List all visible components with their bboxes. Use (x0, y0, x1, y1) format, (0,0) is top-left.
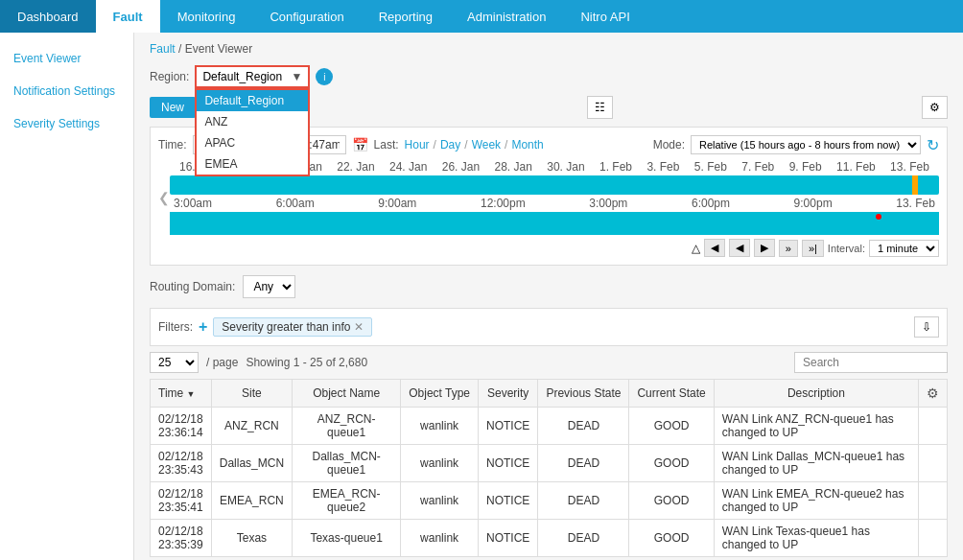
timeline-detail-bar[interactable] (170, 212, 939, 235)
nav-configuration[interactable]: Configuration (252, 0, 361, 33)
filters-section: Filters: + Severity greater than info ✕ … (150, 308, 948, 346)
last-label: Last: (374, 138, 399, 152)
timeline-left-arrow[interactable]: ❮ (158, 190, 170, 205)
cell-object-type: wanlink (401, 408, 479, 445)
nav-administration[interactable]: Administration (450, 0, 563, 33)
nav-fault[interactable]: Fault (96, 0, 160, 33)
cell-object-name: Texas-queue1 (293, 520, 401, 557)
table-row: 02/12/18 23:35:41 EMEA_RCN EMEA_RCN-queu… (151, 482, 948, 520)
pagination-row: 25 50 100 / page Showing 1 - 25 of 2,680 (150, 352, 948, 373)
timeline-month-bar[interactable] (170, 175, 939, 195)
region-row: Region: Default_Region ▼ Default_Region … (150, 65, 948, 88)
region-dropdown-menu: Default_Region ANZ APAC EMEA (195, 88, 310, 176)
cell-description: WAN Link EMEA_RCN-queue2 has changed to … (714, 482, 918, 520)
breadcrumb-fault[interactable]: Fault (150, 42, 176, 56)
time-label: Time: (158, 138, 187, 152)
events-table: Time ▼ Site Object Name Object Type Seve… (150, 379, 948, 557)
region-option-anz[interactable]: ANZ (197, 111, 308, 132)
cell-site[interactable]: Texas (211, 520, 292, 557)
interval-select[interactable]: 1 minute (869, 240, 939, 257)
sidebar-item-event-viewer[interactable]: Event Viewer (0, 42, 133, 75)
cell-site[interactable]: ANZ_RCN (211, 408, 292, 445)
timeline-back-btn[interactable]: ◀ (729, 239, 750, 257)
calendar-icon[interactable]: 📅 (352, 137, 368, 152)
per-page-select[interactable]: 25 50 100 (150, 352, 199, 373)
region-option-emea[interactable]: EMEA (197, 153, 308, 175)
cell-previous-state: DEAD (538, 445, 629, 482)
th-description[interactable]: Description (714, 380, 918, 408)
cell-description: WAN Link Texas-queue1 has changed to UP (714, 520, 918, 557)
cell-object-type: wanlink (401, 482, 479, 520)
nav-reporting[interactable]: Reporting (362, 0, 450, 33)
cell-severity: NOTICE (479, 520, 538, 557)
cell-time: 02/12/18 23:35:41 (151, 482, 212, 520)
region-selected-value: Default_Region (202, 70, 282, 83)
cell-previous-state: DEAD (538, 408, 629, 445)
timeline-controls: △ ◀ ◀ ▶ » »| Interval: 1 minute (158, 235, 939, 257)
filter-add-button[interactable]: + (199, 318, 207, 336)
mode-select[interactable]: Relative (15 hours ago - 8 hours from no… (691, 135, 921, 154)
cell-previous-state: DEAD (538, 482, 629, 520)
table-row: 02/12/18 23:36:14 ANZ_RCN ANZ_RCN-queue1… (151, 408, 948, 445)
breadcrumb-separator: / (178, 42, 185, 56)
th-settings[interactable]: ⚙ (918, 380, 947, 408)
cell-time: 02/12/18 23:35:39 (151, 520, 212, 557)
nav-monitoring[interactable]: Monitoring (160, 0, 253, 33)
breadcrumb-current: Event Viewer (185, 42, 252, 56)
search-input[interactable] (794, 352, 948, 373)
filter-tag-severity: Severity greater than info ✕ (213, 317, 372, 337)
nav-nitro-api[interactable]: Nitro API (563, 0, 646, 33)
sidebar-item-severity-settings[interactable]: Severity Settings (0, 107, 133, 140)
settings-icon-button[interactable]: ⚙ (922, 96, 948, 119)
timeline-step-back-btn[interactable]: ◀ (704, 239, 725, 257)
cell-actions (918, 520, 947, 557)
th-time[interactable]: Time ▼ (151, 380, 212, 408)
time-link-day[interactable]: Day (440, 138, 460, 152)
timeline-play-btn[interactable]: ▶ (754, 239, 775, 257)
routing-row: Routing Domain: Any (150, 275, 948, 298)
time-link-month[interactable]: Month (511, 138, 543, 152)
cell-site[interactable]: EMEA_RCN (211, 482, 292, 520)
region-option-default[interactable]: Default_Region (197, 90, 308, 111)
export-button[interactable]: ⇩ (914, 316, 939, 338)
refresh-button[interactable]: ↻ (927, 136, 939, 154)
cell-time: 02/12/18 23:36:14 (151, 408, 212, 445)
timeline-fast-forward-btn[interactable]: »| (802, 240, 824, 257)
warning-icon: △ (692, 242, 700, 255)
nav-dashboard[interactable]: Dashboard (0, 0, 96, 33)
sort-arrow-time: ▼ (187, 389, 196, 399)
table-settings-button[interactable]: ⚙ (927, 385, 939, 401)
cell-actions (918, 445, 947, 482)
cell-object-name: EMEA_RCN-queue2 (293, 482, 401, 520)
routing-domain-select[interactable]: Any (243, 275, 295, 298)
th-severity[interactable]: Severity (479, 380, 538, 408)
cell-actions (918, 408, 947, 445)
th-object-type[interactable]: Object Type (401, 380, 479, 408)
routing-domain-label: Routing Domain: (150, 280, 235, 293)
cell-site[interactable]: Dallas_MCN (211, 445, 292, 482)
timeline-forward-btn[interactable]: » (779, 240, 798, 257)
region-option-apac[interactable]: APAC (197, 132, 308, 153)
th-object-name[interactable]: Object Name (293, 380, 401, 408)
th-site[interactable]: Site (211, 380, 292, 408)
region-select-button[interactable]: Default_Region ▼ (195, 65, 310, 88)
cell-description: WAN Link Dallas_MCN-queue1 has changed t… (714, 445, 918, 482)
cell-current-state: GOOD (629, 482, 714, 520)
sidebar: Event Viewer Notification Settings Sever… (0, 33, 134, 560)
filters-label: Filters: (158, 320, 193, 334)
time-links: Hour / Day / Week / Month (405, 138, 544, 152)
region-info-icon[interactable]: i (316, 68, 333, 85)
time-link-week[interactable]: Week (472, 138, 501, 152)
mode-label: Mode: (653, 138, 685, 152)
cell-current-state: GOOD (629, 408, 714, 445)
th-current-state[interactable]: Current State (629, 380, 714, 408)
time-link-hour[interactable]: Hour (405, 138, 430, 152)
filter-remove-icon[interactable]: ✕ (354, 320, 364, 334)
cell-severity: NOTICE (479, 482, 538, 520)
th-previous-state[interactable]: Previous State (538, 380, 629, 408)
sidebar-item-notification-settings[interactable]: Notification Settings (0, 75, 133, 107)
top-nav: Dashboard Fault Monitoring Configuration… (0, 0, 963, 33)
new-button[interactable]: New (150, 97, 196, 118)
grid-icon-button[interactable]: ☷ (587, 96, 613, 119)
cell-object-type: wanlink (401, 445, 479, 482)
